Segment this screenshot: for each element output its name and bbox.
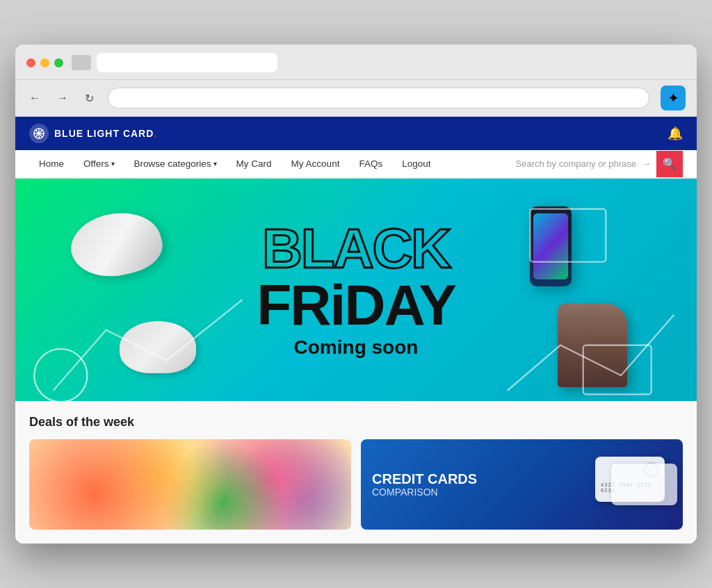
- tab-title-input: [97, 53, 277, 72]
- deals-section: Deals of the week CREDIT CARDS COMPARISO…: [15, 401, 697, 544]
- logo-dot: .: [154, 128, 157, 139]
- hero-black-text: BLACK: [257, 221, 455, 277]
- svg-point-7: [34, 349, 87, 401]
- hero-boot-image: [558, 304, 627, 387]
- search-button[interactable]: 🔍: [656, 151, 683, 177]
- close-button[interactable]: [26, 58, 35, 67]
- hero-controller-image: [120, 321, 196, 373]
- nav-logout[interactable]: Logout: [392, 150, 440, 177]
- minimize-button[interactable]: [40, 58, 49, 67]
- logo-icon: [29, 124, 49, 143]
- nav-home[interactable]: Home: [29, 150, 74, 177]
- extension-icon: ✦: [668, 90, 679, 106]
- browse-chevron-icon: ▾: [213, 160, 217, 168]
- search-area: Search by company or phrase → 🔍: [516, 151, 683, 177]
- search-label: Search by company or phrase: [516, 158, 636, 169]
- search-icon: 🔍: [663, 157, 677, 170]
- nav-offers[interactable]: Offers ▾: [74, 150, 124, 177]
- deal-card-credit[interactable]: CREDIT CARDS COMPARISON 4321 3242 1223 0…: [361, 439, 683, 530]
- deal-card-food[interactable]: [29, 439, 351, 530]
- deals-grid: CREDIT CARDS COMPARISON 4321 3242 1223 0…: [29, 439, 683, 530]
- address-bar[interactable]: [108, 88, 649, 108]
- nav-links: Home Offers ▾ Browse categories ▾ My Car…: [29, 150, 440, 177]
- site-header: BLUE LIGHT CARD. 🔔: [15, 117, 697, 150]
- website-content: BLUE LIGHT CARD. 🔔 Home Offers ▾ Browse …: [15, 117, 697, 544]
- hero-text: BLACK FRiDAY Coming soon: [257, 221, 455, 359]
- browser-window: ← → ↻ ✦ BLUE LIGHT: [15, 44, 697, 544]
- notification-bell[interactable]: 🔔: [668, 126, 683, 141]
- credit-subtitle: COMPARISON: [372, 487, 477, 498]
- hero-sneaker-image: [65, 203, 168, 287]
- tab-area: [72, 53, 686, 72]
- snowflake-icon: [33, 127, 45, 140]
- site-nav: Home Offers ▾ Browse categories ▾ My Car…: [15, 150, 697, 179]
- traffic-lights: [26, 58, 63, 67]
- food-visual: [29, 439, 351, 530]
- hero-banner: BLACK FRiDAY Coming soon: [15, 179, 697, 401]
- credit-card-text: CREDIT CARDS COMPARISON: [372, 471, 477, 498]
- credit-cards-visual: 4321 3242 1223 0231: [488, 457, 672, 512]
- refresh-button[interactable]: ↻: [82, 90, 97, 106]
- extension-button[interactable]: ✦: [661, 85, 686, 111]
- active-tab[interactable]: [72, 55, 91, 70]
- nav-bar: ← → ↻ ✦: [15, 80, 697, 117]
- deals-title: Deals of the week: [29, 415, 683, 430]
- maximize-button[interactable]: [54, 58, 63, 67]
- search-arrow-icon: →: [642, 158, 651, 169]
- credit-card-back: [611, 464, 677, 505]
- offers-chevron-icon: ▾: [111, 160, 115, 168]
- title-bar: [15, 44, 697, 80]
- hero-phone-image: [530, 206, 572, 286]
- hero-coming-soon-text: Coming soon: [257, 336, 455, 359]
- nav-faqs[interactable]: FAQs: [349, 150, 392, 177]
- credit-title: CREDIT CARDS: [372, 471, 477, 487]
- nav-my-card[interactable]: My Card: [227, 150, 282, 177]
- nav-my-account[interactable]: My Account: [282, 150, 350, 177]
- back-button[interactable]: ←: [26, 90, 43, 106]
- hero-friday-text: FRiDAY: [257, 277, 455, 334]
- nav-browse-categories[interactable]: Browse categories ▾: [124, 150, 227, 177]
- site-logo: BLUE LIGHT CARD.: [29, 124, 157, 143]
- forward-button[interactable]: →: [54, 90, 71, 106]
- logo-text: BLUE LIGHT CARD.: [54, 128, 157, 139]
